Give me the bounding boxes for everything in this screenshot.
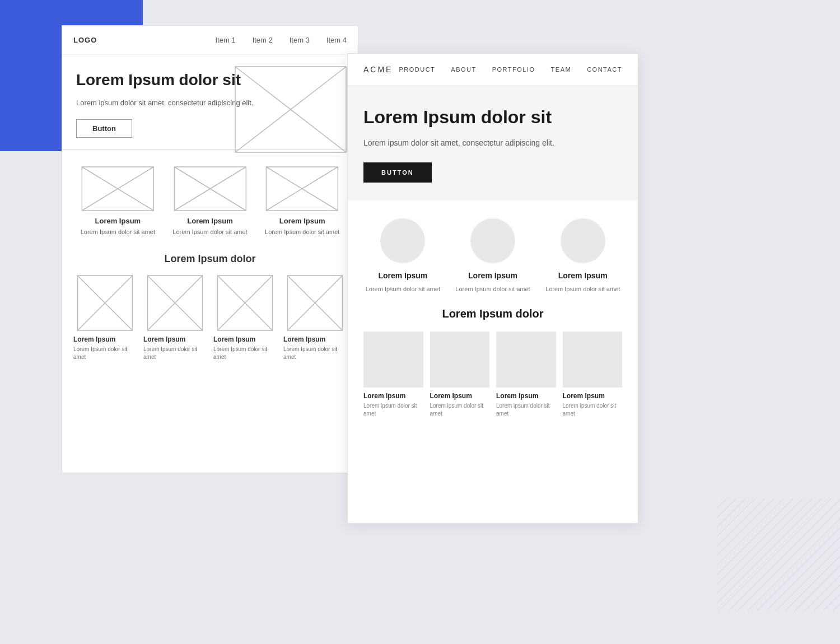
styled-hero: Lorem Ipsum dolor sit Lorem ipsum dolor … xyxy=(348,86,638,200)
wireframe-gallery-title-4: Lorem Ipsum xyxy=(283,335,347,343)
wireframe-feature-card-2: Lorem Ipsum Lorem Ipsum dolor sit amet xyxy=(169,166,252,236)
wireframe-gallery-title-2: Lorem Ipsum xyxy=(143,335,207,343)
wireframe-gallery-card-4: Lorem Ipsum Lorem Ipsum dolor sit amet xyxy=(283,275,347,361)
wireframe-feature-card-3: Lorem Ipsum Lorem Ipsum dolor sit amet xyxy=(260,166,344,236)
styled-nav-team[interactable]: TEAM xyxy=(551,66,572,73)
styled-gallery-title: Lorem Ipsum dolor xyxy=(363,307,622,320)
styled-gallery-item-title-3: Lorem Ipsum xyxy=(496,392,556,400)
styled-feature-desc-3: Lorem Ipsum dolor sit amet xyxy=(545,284,620,294)
wireframe-feature-image-2 xyxy=(169,166,252,211)
styled-hero-title: Lorem Ipsum dolor sit xyxy=(363,107,622,128)
styled-nav-about[interactable]: ABOUT xyxy=(451,66,476,73)
wireframe-nav-item-4[interactable]: Item 4 xyxy=(326,36,347,44)
styled-feature-desc-2: Lorem Ipsum dolor sit amet xyxy=(455,284,530,294)
wireframe-gallery-desc-3: Lorem Ipsum dolor sit amet xyxy=(213,346,277,361)
wireframe-feature-desc-1: Lorem Ipsum dolor sit amet xyxy=(81,228,155,236)
wireframe-feature-card-1: Lorem Ipsum Lorem Ipsum dolor sit amet xyxy=(76,166,160,236)
styled-gallery-image-4 xyxy=(563,332,623,388)
wireframe-gallery-card-3: Lorem Ipsum Lorem Ipsum dolor sit amet xyxy=(213,275,277,361)
svg-rect-1 xyxy=(717,498,840,610)
wireframe-nav-item-3[interactable]: Item 3 xyxy=(290,36,310,44)
styled-nav-product[interactable]: PRODUCT xyxy=(399,66,435,73)
styled-gallery-item-2: Lorem Ipsum Lorem ipsum dolor sit amet xyxy=(430,332,490,418)
wireframe-gallery-title-1: Lorem Ipsum xyxy=(73,335,137,343)
styled-feature-title-3: Lorem Ipsum xyxy=(558,271,608,280)
wireframe-logo: LOGO xyxy=(73,36,97,44)
styled-nav-portfolio[interactable]: PORTFOLIO xyxy=(492,66,535,73)
styled-gallery-image-2 xyxy=(430,332,490,388)
styled-gallery-image-1 xyxy=(363,332,423,388)
wireframe-gallery-image-1 xyxy=(73,275,137,331)
styled-gallery-item-title-1: Lorem Ipsum xyxy=(363,392,423,400)
styled-gallery-item-title-4: Lorem Ipsum xyxy=(563,392,623,400)
wireframe-feature-desc-3: Lorem Ipsum dolor sit amet xyxy=(265,228,339,236)
styled-card: ACME PRODUCT ABOUT PORTFOLIO TEAM CONTAC… xyxy=(347,53,638,524)
wireframe-gallery-card-2: Lorem Ipsum Lorem Ipsum dolor sit amet xyxy=(143,275,207,361)
wireframe-feature-title-2: Lorem Ipsum xyxy=(187,217,233,225)
wireframe-feature-desc-2: Lorem Ipsum dolor sit amet xyxy=(172,228,247,236)
styled-navbar: ACME PRODUCT ABOUT PORTFOLIO TEAM CONTAC… xyxy=(348,54,638,86)
styled-nav-items: PRODUCT ABOUT PORTFOLIO TEAM CONTACT xyxy=(399,66,622,73)
wireframe-gallery-image-4 xyxy=(283,275,347,331)
wireframe-hero: Lorem Ipsum dolor sit Lorem ipsum dolor … xyxy=(62,55,358,149)
wireframe-nav-item-1[interactable]: Item 1 xyxy=(216,36,236,44)
wireframe-gallery-card-1: Lorem Ipsum Lorem Ipsum dolor sit amet xyxy=(73,275,137,361)
styled-gallery-section: Lorem Ipsum dolor Lorem Ipsum Lorem ipsu… xyxy=(348,307,638,433)
wireframe-gallery-title-3: Lorem Ipsum xyxy=(213,335,277,343)
styled-gallery-item-3: Lorem Ipsum Lorem ipsum dolor sit amet xyxy=(496,332,556,418)
styled-gallery-item-desc-4: Lorem ipsum dolor sit amet xyxy=(563,402,623,418)
styled-gallery-item-desc-1: Lorem ipsum dolor sit amet xyxy=(363,402,423,418)
styled-feature-desc-1: Lorem Ipsum dolor sit amet xyxy=(366,284,440,294)
styled-gallery-item-1: Lorem Ipsum Lorem ipsum dolor sit amet xyxy=(363,332,423,418)
styled-feature-circle-3 xyxy=(561,218,605,263)
wireframe-gallery-section: Lorem Ipsum Lorem Ipsum dolor sit amet L… xyxy=(62,275,358,372)
styled-feature-title-1: Lorem Ipsum xyxy=(378,271,427,280)
styled-nav-contact[interactable]: CONTACT xyxy=(587,66,622,73)
wireframe-feature-title-1: Lorem Ipsum xyxy=(95,217,141,225)
styled-feature-title-2: Lorem Ipsum xyxy=(468,271,517,280)
styled-features-section: Lorem Ipsum Lorem Ipsum dolor sit amet L… xyxy=(348,200,638,307)
wireframe-navbar: LOGO Item 1 Item 2 Item 3 Item 4 xyxy=(62,26,358,55)
styled-gallery-item-4: Lorem Ipsum Lorem ipsum dolor sit amet xyxy=(563,332,623,418)
wireframe-gallery-image-2 xyxy=(143,275,207,331)
wireframe-hero-button[interactable]: Button xyxy=(76,119,132,138)
styled-gallery-item-desc-3: Lorem ipsum dolor sit amet xyxy=(496,402,556,418)
styled-feature-2: Lorem Ipsum Lorem Ipsum dolor sit amet xyxy=(454,218,533,294)
wireframe-features-section: Lorem Ipsum Lorem Ipsum dolor sit amet L… xyxy=(62,161,358,248)
styled-feature-1: Lorem Ipsum Lorem Ipsum dolor sit amet xyxy=(363,218,442,294)
wireframe-feature-title-3: Lorem Ipsum xyxy=(279,217,325,225)
wireframe-gallery-section-title: Lorem Ipsum dolor xyxy=(62,253,358,265)
styled-gallery-item-desc-2: Lorem ipsum dolor sit amet xyxy=(430,402,490,418)
wireframe-feature-image-3 xyxy=(260,166,344,211)
wireframe-hero-image-placeholder xyxy=(235,66,347,153)
wireframe-feature-image-1 xyxy=(76,166,160,211)
wireframe-gallery-image-3 xyxy=(213,275,277,331)
wireframe-gallery-desc-1: Lorem Ipsum dolor sit amet xyxy=(73,346,137,361)
wireframe-nav-item-2[interactable]: Item 2 xyxy=(253,36,273,44)
wireframe-gallery-desc-2: Lorem Ipsum dolor sit amet xyxy=(143,346,207,361)
styled-feature-circle-1 xyxy=(380,218,425,263)
styled-feature-3: Lorem Ipsum Lorem Ipsum dolor sit amet xyxy=(543,218,622,294)
diagonal-lines-decoration xyxy=(717,498,840,610)
wireframe-card: LOGO Item 1 Item 2 Item 3 Item 4 Lorem I… xyxy=(62,25,358,473)
styled-feature-circle-2 xyxy=(470,218,515,263)
wireframe-gallery-desc-4: Lorem Ipsum dolor sit amet xyxy=(283,346,347,361)
styled-gallery-image-3 xyxy=(496,332,556,388)
styled-hero-button[interactable]: BUTTON xyxy=(363,162,432,183)
styled-logo: ACME xyxy=(363,65,393,74)
styled-gallery-item-title-2: Lorem Ipsum xyxy=(430,392,490,400)
styled-gallery-grid: Lorem Ipsum Lorem ipsum dolor sit amet L… xyxy=(363,332,622,418)
styled-hero-body: Lorem ipsum dolor sit amet, consectetur … xyxy=(363,137,622,149)
